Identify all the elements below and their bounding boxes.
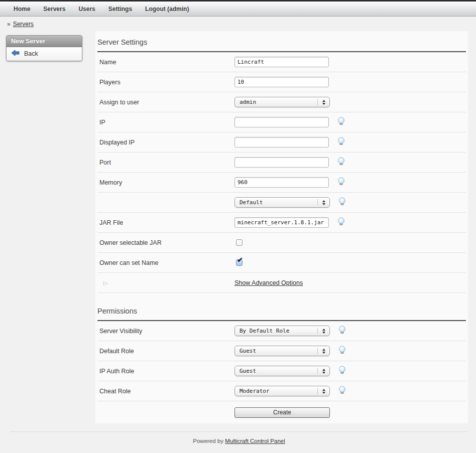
help-bulb-icon[interactable] [337,177,345,188]
jar-file-input[interactable] [234,217,329,228]
main-content: Server Settings Name Players Assign to u… [95,31,468,423]
help-bulb-icon[interactable] [337,117,345,127]
help-bulb-icon[interactable] [337,157,345,168]
owner-can-set-name-checkbox[interactable]: ✔ [236,259,243,266]
field-label: IP [97,119,234,126]
help-bulb-icon[interactable] [337,137,345,147]
row-players: Players [97,72,466,92]
select-value: admin [240,99,256,105]
nav-item-servers[interactable]: Servers [37,6,72,13]
multicraft-link[interactable]: Multicraft Control Panel [225,438,285,444]
select-arrows-icon [322,200,325,205]
field-label: Owner selectable JAR [97,239,234,246]
field-label: Cheat Role [97,388,234,395]
default-role-select[interactable]: Guest [234,346,330,356]
help-bulb-icon[interactable] [338,346,346,356]
nav-item-users[interactable]: Users [72,6,101,13]
field-label: Memory [97,179,234,186]
checkmark-icon: ✔ [237,256,243,263]
help-bulb-icon[interactable] [338,366,346,376]
nav-item-logout[interactable]: Logout (admin) [139,6,195,13]
field-label: JAR File [97,219,234,226]
select-value: Default [240,199,263,206]
row-displayed-ip: Displayed IP [97,132,466,153]
section-title-server-settings: Server Settings [97,31,466,52]
field-label: Assign to user [97,99,234,106]
ip-input[interactable] [234,117,329,127]
sidebar-panel-title: New Server [7,36,82,47]
owner-selectable-jar-checkbox[interactable] [236,239,243,246]
row-cheat-role: Cheat Role Moderator [97,381,466,401]
create-button[interactable]: Create [234,407,330,418]
breadcrumb-separator: » [7,21,11,28]
select-value: By Default Role [240,328,289,334]
help-bulb-icon[interactable] [338,326,346,336]
field-label: IP Auth Role [97,368,234,375]
row-port: Port [97,153,466,173]
field-label: Default Role [97,348,234,355]
select-value: Moderator [240,388,270,394]
displayed-ip-input[interactable] [234,137,329,147]
row-name: Name [97,52,466,72]
name-input[interactable] [234,57,329,67]
field-label: Displayed IP [97,139,234,146]
row-create: Create [97,401,466,423]
breadcrumb: »Servers [0,17,476,31]
field-label: Name [97,59,234,66]
row-server-visibility: Server Visibility By Default Role [97,321,466,341]
row-ip: IP [97,112,466,132]
sidebar: New Server Back [0,31,95,61]
help-bulb-icon[interactable] [338,197,346,208]
sidebar-back-button[interactable]: Back [7,47,82,61]
select-arrows-icon [322,349,325,354]
cheat-role-select[interactable]: Moderator [234,386,330,396]
back-arrow-icon [11,50,20,58]
row-owner-selectable-jar: Owner selectable JAR [97,233,466,253]
new-server-panel: New Server Back [6,35,82,61]
row-default-role: Default Role Guest [97,341,466,361]
nav-item-home[interactable]: Home [7,6,37,13]
select-value: Guest [240,348,256,354]
select-arrows-icon [322,369,325,374]
field-label: Port [97,159,234,166]
top-nav: Home Servers Users Settings Logout (admi… [0,0,476,17]
field-label: Players [97,79,234,86]
ip-auth-role-select[interactable]: Guest [234,366,330,376]
select-arrows-icon [322,329,325,334]
select-arrows-icon [322,389,325,394]
row-assign-to-user: Assign to user admin [97,92,466,112]
memory-input[interactable] [234,177,329,188]
breadcrumb-link-servers[interactable]: Servers [13,21,34,28]
row-jar-file: JAR File [97,213,466,233]
row-memory: Memory [97,173,466,193]
powered-by-text: Powered by [193,438,223,444]
assign-to-user-select[interactable]: admin [234,97,330,107]
row-owner-can-set-name: Owner can set Name ✔ [97,253,466,273]
footer: Powered by Multicraft Control Panel [10,431,468,450]
row-ip-auth-role: IP Auth Role Guest [97,361,466,381]
select-value: Guest [240,368,256,374]
server-visibility-select[interactable]: By Default Role [234,326,330,336]
field-label: Server Visibility [97,328,234,335]
port-input[interactable] [234,157,329,168]
players-input[interactable] [234,77,329,87]
row-memory-mode: Default [97,193,466,213]
nav-item-settings[interactable]: Settings [102,6,139,13]
sidebar-back-label: Back [24,50,38,57]
help-bulb-icon[interactable] [338,386,346,396]
row-advanced-options: ▷ Show Advanced Options [97,273,466,293]
help-bulb-icon[interactable] [337,217,345,228]
show-advanced-options-link[interactable]: Show Advanced Options [234,279,303,286]
select-arrows-icon [322,100,325,105]
triangle-collapsed-icon[interactable]: ▷ [99,280,107,286]
memory-mode-select[interactable]: Default [234,197,330,208]
section-title-permissions: Permissions [97,300,466,321]
field-label: Owner can set Name [97,259,234,266]
